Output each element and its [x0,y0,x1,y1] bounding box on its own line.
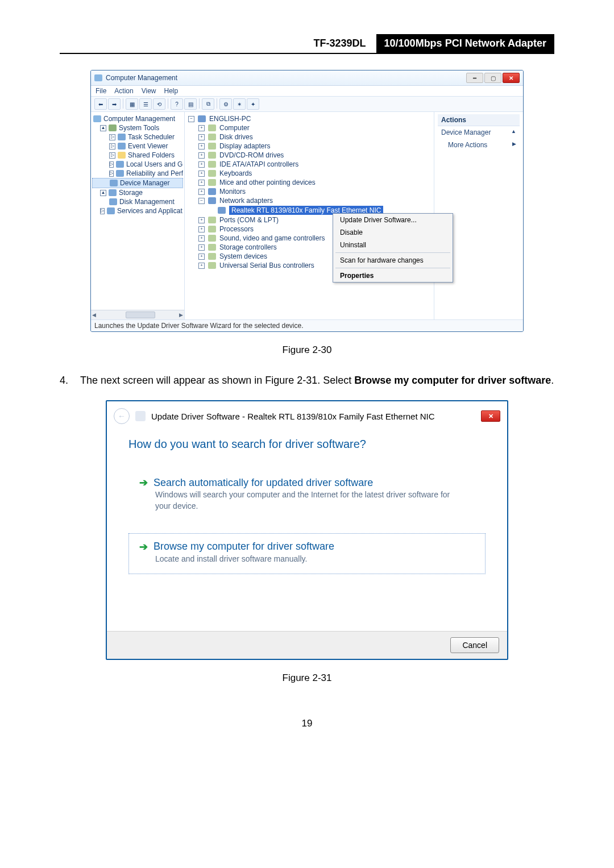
device-root[interactable]: −ENGLISH-PC [188,114,430,123]
expander-icon[interactable]: + [198,217,205,223]
scroll-thumb[interactable] [126,312,155,318]
device-category-network[interactable]: −Network adapters [198,196,430,205]
actions-label: Device Manager [441,128,491,136]
menu-action[interactable]: Action [114,87,133,95]
tree-item[interactable]: Disk Management [92,197,183,206]
expander-icon[interactable]: + [198,226,205,232]
tree-item[interactable]: ▷Reliability and Perf [92,169,183,178]
device-label: Network adapters [219,197,273,205]
option-subtitle: Locate and install driver software manua… [155,553,451,564]
expander-icon[interactable]: + [198,125,205,131]
dialog-close-button[interactable]: ✕ [481,410,500,422]
expander-icon[interactable]: ▷ [100,208,105,214]
arrow-right-icon: ➔ [139,541,148,553]
arrow-right-icon: ➔ [139,476,148,489]
tree-item[interactable]: ▷Shared Folders [92,151,183,160]
menu-file[interactable]: File [96,87,106,95]
expander-icon[interactable]: + [198,143,205,149]
device-label: Storage controllers [219,243,277,251]
ctx-disable[interactable]: Disable [333,226,453,239]
dialog-title-prefix: Update Driver Software - [151,412,247,421]
device-category[interactable]: +Display adapters [198,142,430,151]
tree-item[interactable]: ▷Event Viewer [92,142,183,151]
device-category[interactable]: +Keyboards [198,169,430,178]
nav-fwd-icon[interactable]: ➡ [108,98,121,110]
wizard-dialog: ← Update Driver Software - Realtek RTL 8… [106,400,508,660]
toolbar-button[interactable]: ✦ [247,98,259,110]
expander-icon[interactable]: − [188,116,194,122]
device-category[interactable]: +Disk drives [198,132,430,142]
device-icon [208,188,216,195]
tree-label: System Tools [119,124,159,132]
tree-label: Reliability and Perf [126,169,183,177]
tree-label: Services and Applicat [117,207,182,215]
expander-icon[interactable]: + [198,254,205,260]
scroll-left-icon[interactable]: ◀ [92,312,96,318]
device-label: Keyboards [219,169,252,177]
model-label: TF-3239DL [304,34,376,53]
expander-icon[interactable]: + [198,180,205,186]
device-category[interactable]: +IDE ATA/ATAPI controllers [198,160,430,169]
expander-icon[interactable]: ▲ [100,190,106,196]
expander-icon[interactable]: + [198,152,205,159]
expander-icon[interactable]: ▷ [109,152,115,159]
option-search-auto[interactable]: ➔ Search automatically for updated drive… [128,469,486,522]
expander-icon[interactable]: + [198,263,205,269]
nav-back-icon[interactable]: ⬅ [94,98,107,110]
expander-icon[interactable]: ▷ [109,143,115,149]
close-button[interactable]: ✕ [503,73,520,83]
device-icon [208,226,216,232]
expander-icon[interactable]: ▷ [109,171,114,177]
back-button[interactable]: ← [114,408,130,424]
toolbar-button[interactable]: ⚙ [219,98,232,110]
device-category[interactable]: +DVD/CD-ROM drives [198,151,430,160]
device-label: Mice and other pointing devices [219,178,316,186]
storage-icon [109,189,117,196]
option-browse[interactable]: ➔ Browse my computer for driver software… [128,533,486,574]
tree-item[interactable]: ▷Task Scheduler [92,132,183,142]
expander-icon[interactable]: ▷ [109,134,115,140]
ctx-uninstall[interactable]: Uninstall [333,239,453,251]
expander-icon[interactable]: + [198,235,205,242]
toolbar-button[interactable]: ☰ [139,98,152,110]
toolbar-button[interactable]: ▤ [184,98,197,110]
device-category[interactable]: +Computer [198,123,430,132]
toolbar-button[interactable]: ▦ [126,98,138,110]
tree-item-device-manager[interactable]: Device Manager [92,178,183,188]
model-description: 10/100Mbps PCI Network Adapter [376,34,554,53]
tree-item[interactable]: ▲System Tools [92,123,183,132]
toolbar-button[interactable]: ✶ [233,98,246,110]
scroll-right-icon[interactable]: ▶ [179,312,183,318]
tree-item[interactable]: ▷Services and Applicat [92,206,183,215]
cancel-button[interactable]: Cancel [450,637,499,653]
help-icon[interactable]: ? [171,98,183,110]
expander-icon[interactable]: ▲ [100,125,106,131]
expander-icon[interactable]: + [198,161,205,168]
device-icon [208,143,216,149]
minimize-button[interactable]: ━ [466,73,483,83]
ctx-update-driver[interactable]: Update Driver Software... [333,214,453,226]
maximize-button[interactable]: ▢ [484,73,501,83]
expander-icon[interactable]: ▷ [109,161,114,168]
toolbar-separator [168,98,168,109]
expander-icon[interactable]: + [198,189,205,195]
menu-help[interactable]: Help [164,87,179,95]
device-category[interactable]: +Mice and other pointing devices [198,178,430,187]
tree-item[interactable]: ▲Storage [92,188,183,197]
device-category[interactable]: +Monitors [198,187,430,196]
ctx-properties[interactable]: Properties [333,269,453,282]
tree-root[interactable]: Computer Management [92,114,183,123]
expander-icon[interactable]: − [198,198,205,204]
toolbar-separator [199,98,200,109]
expander-icon[interactable]: + [198,171,205,177]
menu-view[interactable]: View [142,87,156,95]
tree-item[interactable]: ▷Local Users and Gro [92,160,183,169]
toolbar-button[interactable]: ⧉ [202,98,214,110]
expander-icon[interactable]: + [198,244,205,251]
expander-icon[interactable]: + [198,134,205,140]
actions-row[interactable]: More Actions▶ [438,139,520,151]
toolbar-button[interactable]: ⟲ [153,98,165,110]
actions-row[interactable]: Device Manager▲ [438,126,520,139]
ctx-scan[interactable]: Scan for hardware changes [333,254,453,267]
horizontal-scrollbar[interactable]: ◀ ▶ [91,310,184,319]
